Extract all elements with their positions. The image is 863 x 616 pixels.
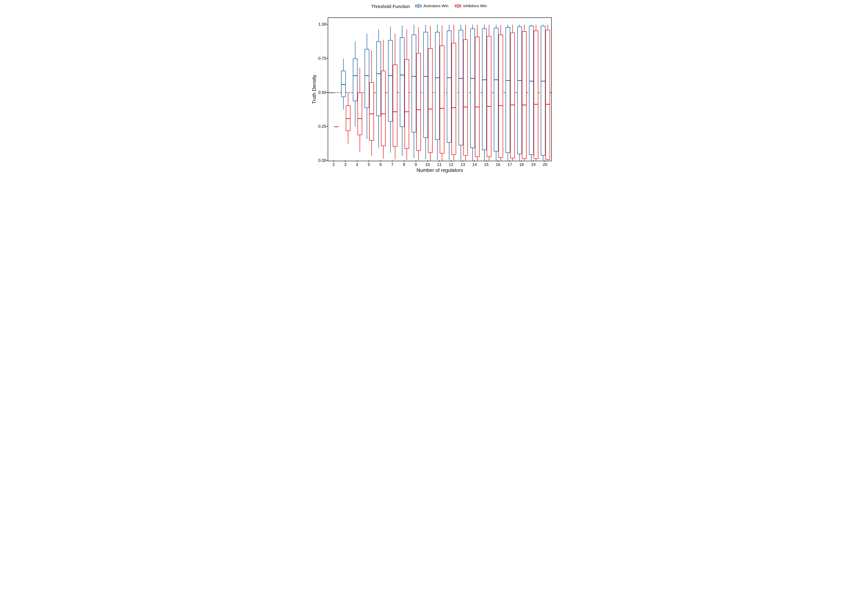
x-tick-label: 14 [472, 162, 477, 167]
x-tick-label: 8 [403, 162, 405, 167]
x-axis-label: Number of regulators [328, 167, 552, 173]
svg-rect-119 [440, 46, 444, 153]
svg-rect-32 [400, 38, 405, 127]
svg-rect-115 [428, 49, 433, 152]
x-tick [533, 160, 534, 162]
legend: Threshold Function Activators Win Inhibi… [308, 4, 555, 9]
x-tick-label: 16 [496, 162, 500, 167]
x-tick-label: 9 [415, 162, 417, 167]
svg-rect-143 [510, 33, 515, 158]
svg-rect-111 [416, 53, 421, 151]
x-tick [380, 160, 381, 162]
plot-panel [328, 17, 552, 161]
x-tick-label: 2 [332, 162, 335, 167]
svg-rect-12 [341, 71, 346, 97]
svg-rect-36 [412, 35, 416, 132]
svg-rect-91 [358, 93, 362, 135]
y-tick [326, 24, 328, 24]
svg-rect-20 [365, 49, 369, 108]
legend-box-icon [455, 4, 461, 8]
x-tick-label: 18 [519, 162, 524, 167]
svg-rect-60 [482, 29, 487, 150]
x-tick [439, 160, 439, 162]
x-tick [486, 160, 487, 162]
plot-svg [328, 18, 551, 161]
legend-item-inhibitors: Inhibitors Win [455, 4, 487, 8]
y-tick-label: 0.00 [314, 158, 326, 163]
x-tick [357, 160, 357, 162]
x-tick-label: 12 [449, 162, 453, 167]
x-tick-label: 13 [460, 162, 465, 167]
x-tick-label: 5 [368, 162, 370, 167]
svg-rect-135 [487, 36, 491, 157]
y-tick-label: 0.50 [314, 90, 326, 95]
svg-rect-64 [494, 28, 498, 151]
y-axis-label: Truth Density [311, 17, 317, 161]
svg-rect-123 [452, 43, 456, 155]
svg-rect-155 [545, 30, 550, 160]
x-tick [369, 160, 369, 162]
svg-rect-68 [506, 27, 510, 152]
x-tick [404, 160, 405, 162]
y-tick [326, 58, 328, 58]
x-tick-label: 19 [531, 162, 535, 167]
x-tick-label: 3 [344, 162, 346, 167]
x-tick-label: 6 [380, 162, 382, 167]
svg-rect-16 [353, 59, 357, 101]
x-tick-label: 20 [543, 162, 547, 167]
x-tick-label: 7 [391, 162, 394, 167]
x-tick [463, 160, 463, 162]
x-tick [521, 160, 522, 162]
x-tick-label: 15 [484, 162, 489, 167]
svg-rect-28 [388, 40, 393, 121]
svg-rect-44 [435, 32, 439, 140]
x-tick-label: 10 [425, 162, 430, 167]
svg-rect-95 [369, 83, 374, 140]
svg-rect-107 [405, 59, 409, 148]
x-tick [498, 160, 498, 162]
svg-rect-72 [518, 27, 522, 154]
svg-rect-24 [376, 42, 381, 116]
svg-rect-76 [529, 26, 534, 155]
x-tick-label: 11 [437, 162, 442, 167]
y-tick [326, 126, 328, 126]
x-tick [510, 160, 510, 162]
legend-title: Threshold Function [371, 4, 410, 9]
x-tick [345, 160, 346, 162]
y-tick-label: 0.75 [314, 56, 326, 61]
x-tick [545, 160, 545, 162]
svg-rect-99 [381, 71, 386, 146]
y-tick-label: 1.00 [314, 22, 326, 27]
legend-box-icon [415, 4, 422, 8]
x-tick [392, 160, 392, 162]
y-tick [326, 160, 328, 160]
svg-rect-48 [447, 31, 452, 143]
svg-rect-127 [463, 39, 468, 155]
x-tick [474, 160, 475, 162]
svg-rect-103 [393, 65, 397, 147]
svg-rect-40 [424, 32, 428, 138]
x-tick-label: 4 [356, 162, 358, 167]
x-tick-label: 17 [507, 162, 512, 167]
x-tick [334, 160, 334, 162]
x-tick [427, 160, 428, 162]
legend-item-label: Activators Win [424, 4, 448, 8]
y-tick [326, 92, 328, 93]
chart-figure: Threshold Function Activators Win Inhibi… [308, 0, 555, 176]
svg-rect-147 [522, 31, 526, 159]
legend-item-label: Inhibitors Win [463, 4, 487, 8]
svg-rect-87 [346, 106, 350, 131]
svg-rect-139 [499, 35, 503, 157]
svg-rect-80 [541, 26, 545, 156]
y-tick-label: 0.25 [314, 124, 326, 129]
svg-rect-131 [475, 37, 479, 157]
legend-item-activators: Activators Win [415, 4, 448, 8]
svg-rect-151 [534, 31, 538, 159]
x-tick [451, 160, 451, 162]
svg-rect-52 [459, 30, 463, 145]
x-tick [416, 160, 416, 162]
svg-rect-56 [471, 29, 475, 148]
